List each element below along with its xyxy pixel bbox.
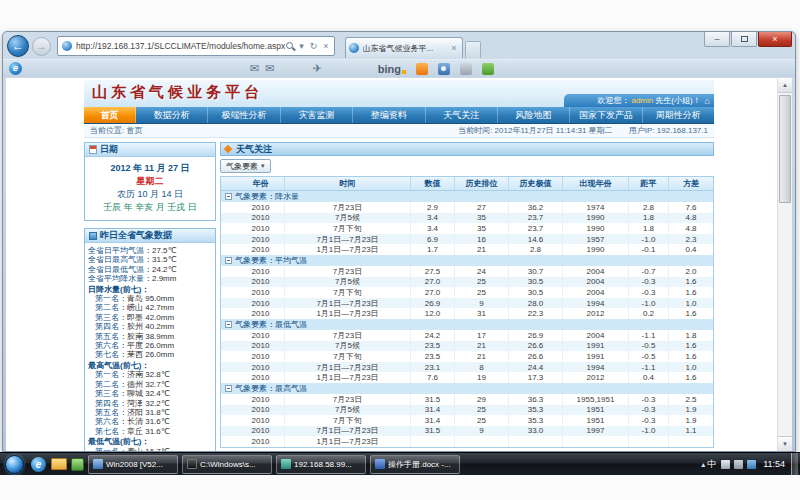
table-cell: 2.9	[411, 202, 455, 213]
table-cell: 26.9	[411, 298, 455, 309]
address-bar[interactable]: http://192.168.137.1/SLCCLIMATE/modules/…	[57, 36, 335, 56]
camera-icon[interactable]	[438, 63, 450, 75]
mail-icon[interactable]: ✉	[250, 62, 259, 75]
menu-item-4[interactable]: 灾害监测	[281, 107, 353, 123]
vertical-scrollbar[interactable]: ▲ ▼	[777, 78, 792, 451]
taskbar-media-icon[interactable]	[71, 458, 84, 471]
tools-icon[interactable]	[460, 63, 472, 75]
tab-title: 山东省气候业务平...	[363, 43, 450, 54]
weather-rank-item: 第五名：胶南 38.9mm	[88, 332, 212, 341]
table-row: 20101月1日—7月23日1.7212.81990-0.10.4	[221, 244, 713, 255]
yesterday-body: 全省日平均气温：27.5℃全省日最高气温：31.5℃全省日最低气温：24.2℃全…	[85, 243, 215, 451]
maximize-button[interactable]	[731, 32, 757, 47]
scroll-down-icon[interactable]: ▼	[778, 436, 792, 451]
table-cell: 1.6	[669, 308, 713, 319]
taskbar-window-button[interactable]: C:\Windows\s...	[182, 455, 272, 474]
tab-favicon-icon	[349, 43, 359, 53]
tray-volume-icon[interactable]	[734, 460, 743, 469]
table-cell: 2.3	[669, 234, 713, 245]
weather-stat: 全省平均降水量：2.9mm	[88, 274, 212, 283]
table-row: 20107月下旬3.43523.719901.84.8	[221, 223, 713, 234]
minimize-button[interactable]: –	[704, 32, 730, 47]
welcome-suffix: 先生(小姐)！	[655, 95, 700, 106]
main-menu: 首页数据分析极端性分析灾害监测整编资料天气关注风险地图国家下发产品周期性分析	[84, 107, 714, 124]
menu-item-9[interactable]: 周期性分析	[643, 107, 714, 123]
bing-logo[interactable]: bing	[378, 63, 406, 75]
forward-button[interactable]: →	[32, 37, 51, 56]
new-tab-button[interactable]	[465, 41, 481, 58]
collapse-icon[interactable]	[225, 321, 232, 328]
send-mail-icon[interactable]: ✉	[265, 62, 274, 75]
tab-close-icon[interactable]: ×	[449, 43, 458, 53]
table-cell: 2004	[563, 287, 629, 298]
close-button[interactable]: ×	[758, 32, 792, 47]
yesterday-panel: 昨日全省气象数据 全省日平均气温：27.5℃全省日最高气温：31.5℃全省日最低…	[84, 228, 216, 451]
calendar-body: 2012 年 11 月 27 日 星期二 农历 10 月 14 日 壬辰 年 辛…	[85, 157, 215, 220]
start-button[interactable]	[5, 455, 24, 474]
table-cell	[411, 436, 455, 447]
app-icon-green[interactable]	[482, 63, 494, 75]
menu-item-6[interactable]: 天气关注	[426, 107, 498, 123]
taskbar-window-button[interactable]: 操作手册.docx -...	[370, 455, 460, 474]
menu-item-1[interactable]: 首页	[84, 107, 136, 123]
table-cell: 2010	[237, 287, 285, 298]
weather-rank-item: 第四名：菏泽 32.2℃	[88, 399, 212, 408]
menu-item-8[interactable]: 国家下发产品	[570, 107, 642, 123]
tray-expand-icon[interactable]: ▴	[701, 460, 705, 469]
autocomplete-dropdown-icon[interactable]: ▾	[296, 41, 307, 51]
table-cell: 2010	[237, 244, 285, 255]
app-icon-orange[interactable]	[416, 63, 428, 75]
menu-item-3[interactable]: 极端性分析	[208, 107, 280, 123]
taskbar-explorer-icon[interactable]	[50, 456, 67, 473]
calendar-icon	[89, 145, 97, 154]
taskbar-clock[interactable]: 11:54	[763, 459, 785, 469]
collapse-icon[interactable]	[225, 385, 232, 392]
browser-tab[interactable]: 山东省气候业务平... ×	[345, 37, 463, 58]
table-cell: 21	[455, 244, 509, 255]
scroll-up-icon[interactable]: ▲	[778, 78, 792, 93]
back-button[interactable]: ←	[7, 35, 29, 57]
ie-logo-icon[interactable]: e	[9, 62, 22, 75]
table-row: 20107月下旬31.42535.31951-0.31.9	[221, 415, 713, 426]
table-section-row: 气象要素：平均气温	[221, 255, 713, 266]
share-icon[interactable]: ✈	[312, 62, 321, 75]
show-desktop-button[interactable]	[791, 453, 798, 476]
taskbar-ie-icon[interactable]: e	[31, 457, 46, 472]
taskbar-window-button[interactable]: Win2008 [V52...	[88, 455, 178, 474]
refresh-icon[interactable]: ↻	[307, 41, 321, 51]
table-cell: -1.0	[629, 234, 669, 245]
table-cell: 7月1日—7月23日	[285, 298, 411, 309]
table-cell: 7月5候	[285, 341, 411, 352]
weather-rank-item: 第四名：胶州 40.2mm	[88, 322, 212, 331]
weather-rank-item: 第五名：济阳 31.8℃	[88, 408, 212, 417]
table-cell: 1990	[563, 213, 629, 224]
element-filter-button[interactable]: 气象要素 ▾	[220, 159, 271, 173]
weather-rank-item: 第二名：崂山 42.7mm	[88, 303, 212, 312]
column-header: 时间	[285, 177, 411, 190]
stop-icon[interactable]: ×	[320, 41, 331, 51]
table-section-label: 气象要素：降水量	[235, 191, 299, 202]
menu-item-5[interactable]: 整编资料	[353, 107, 425, 123]
collapse-icon[interactable]	[225, 193, 232, 200]
content-area: 日期 2012 年 11 月 27 日 星期二 农历 10 月 14 日 壬辰 …	[84, 138, 714, 451]
table-header-spacer	[221, 177, 237, 190]
table-cell: 2010	[237, 436, 285, 447]
tray-action-center-icon[interactable]	[747, 460, 756, 469]
home-icon[interactable]: ⌂	[705, 96, 710, 106]
weather-group-heading: 日降水量(前七)：	[88, 285, 212, 294]
menu-item-2[interactable]: 数据分析	[136, 107, 208, 123]
scrollbar-thumb[interactable]	[779, 95, 791, 203]
menu-item-7[interactable]: 风险地图	[498, 107, 570, 123]
table-cell: 36.3	[509, 394, 563, 405]
table-cell: 31.4	[411, 405, 455, 416]
collapse-icon[interactable]	[225, 257, 232, 264]
search-icon[interactable]	[285, 41, 296, 52]
tray-network-icon[interactable]	[721, 460, 730, 469]
taskbar-window-button[interactable]: 192.168.58.99...	[276, 455, 366, 474]
language-indicator[interactable]: 中	[707, 458, 716, 471]
table-cell: 1.8	[629, 213, 669, 224]
table-cell: 2010	[237, 426, 285, 437]
table-cell: 7月1日—7月23日	[285, 426, 411, 437]
table-cell: -0.5	[629, 351, 669, 362]
table-cell: 0.4	[669, 244, 713, 255]
